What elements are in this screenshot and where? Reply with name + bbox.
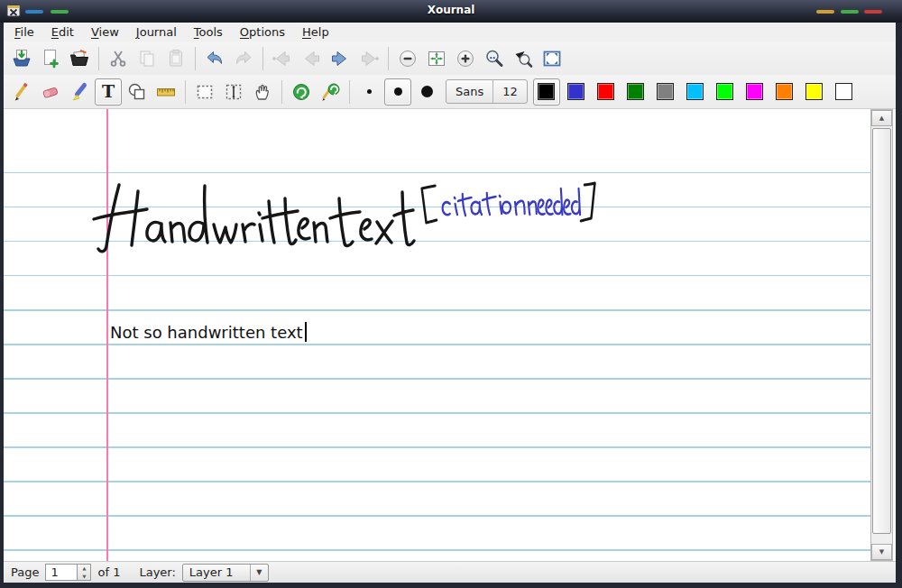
redo-button[interactable] xyxy=(230,45,257,72)
next-page-button[interactable] xyxy=(327,45,354,72)
set-zoom-icon xyxy=(512,48,534,69)
text-tool-button[interactable]: T xyxy=(95,78,122,106)
margin-line xyxy=(106,109,108,561)
color-swatch-light-green[interactable] xyxy=(716,83,733,100)
medium-dot-icon xyxy=(394,87,402,96)
zoom-out-button[interactable] xyxy=(394,45,421,72)
ruler-tool-button[interactable] xyxy=(152,78,179,106)
color-swatch-white[interactable] xyxy=(835,83,852,100)
eraser-tool-button[interactable] xyxy=(37,78,64,106)
spin-down-icon[interactable]: ▼ xyxy=(78,573,90,581)
close-button[interactable] xyxy=(864,10,882,14)
spinner-buttons[interactable]: ▲ ▼ xyxy=(77,565,90,580)
page-spinner[interactable]: 1 ▲ ▼ xyxy=(45,564,91,581)
default-tool-button[interactable] xyxy=(288,78,315,106)
undo-button[interactable] xyxy=(201,45,228,72)
menu-journal[interactable]: Journal xyxy=(129,23,184,41)
normal-size-icon xyxy=(483,48,505,69)
shape-recognizer-button[interactable] xyxy=(124,78,151,106)
text-tool-icon: T xyxy=(102,83,115,100)
color-swatch-magenta[interactable] xyxy=(746,83,763,100)
select-rectangle-icon xyxy=(194,81,216,103)
scroll-up-button[interactable]: ▲ xyxy=(871,110,892,126)
text-caret xyxy=(305,322,307,342)
thick-dot-icon xyxy=(421,86,433,97)
highlighter-tool-button[interactable] xyxy=(66,78,93,106)
menubar: File Edit View Journal Tools Options Hel… xyxy=(4,23,896,41)
last-page-icon xyxy=(358,48,380,69)
page-total-label: of 1 xyxy=(97,565,120,579)
clipboard-icon xyxy=(165,48,187,69)
xournal-window: Xournal File Edit View Journal Tools Opt… xyxy=(0,0,902,588)
fullscreen-button[interactable] xyxy=(538,45,566,72)
shape-recognizer-icon xyxy=(126,81,148,103)
dropdown-arrow-icon: ▼ xyxy=(250,565,268,581)
menu-edit[interactable]: Edit xyxy=(44,23,81,41)
color-swatch-gray[interactable] xyxy=(657,83,674,100)
color-black-button[interactable] xyxy=(533,78,560,106)
typed-text-object[interactable]: Not so handwritten text xyxy=(110,322,307,342)
new-button[interactable] xyxy=(37,45,64,72)
toolbar-main xyxy=(4,41,896,75)
first-page-button[interactable] xyxy=(269,45,296,72)
zoom-in-icon xyxy=(455,48,476,69)
statusbar: Page 1 ▲ ▼ of 1 Layer: Layer 1 ▼ xyxy=(4,561,896,583)
titlebar[interactable]: Xournal xyxy=(0,0,902,23)
window-content: File Edit View Journal Tools Options Hel… xyxy=(4,23,896,583)
spin-up-icon[interactable]: ▲ xyxy=(78,565,90,573)
toolbar-separator xyxy=(281,80,282,104)
menu-help[interactable]: Help xyxy=(295,23,336,41)
scroll-down-button[interactable]: ▼ xyxy=(871,544,892,560)
font-button[interactable]: Sans 12 xyxy=(446,79,528,104)
window-title: Xournal xyxy=(0,4,902,16)
thickness-fine-button[interactable] xyxy=(355,78,382,106)
first-page-icon xyxy=(272,48,293,69)
previous-page-button[interactable] xyxy=(298,45,325,72)
select-rectangle-button[interactable] xyxy=(191,78,218,106)
copy-button[interactable] xyxy=(133,45,161,72)
color-swatch-orange[interactable] xyxy=(776,83,793,100)
layer-dropdown[interactable]: Layer 1 ▼ xyxy=(182,564,269,582)
thickness-thick-button[interactable] xyxy=(413,78,440,106)
vertical-scrollbar[interactable]: ▲ ▼ xyxy=(870,109,893,561)
zoom-in-button[interactable] xyxy=(452,45,479,72)
page-number-input[interactable]: 1 xyxy=(46,565,77,580)
minimize-button[interactable] xyxy=(816,10,834,14)
fit-page-width-icon xyxy=(426,48,447,69)
color-swatch-red[interactable] xyxy=(597,83,614,100)
hand-tool-button[interactable] xyxy=(249,78,276,106)
menu-options[interactable]: Options xyxy=(233,23,292,41)
pen-tool-button[interactable] xyxy=(8,78,35,106)
vertical-space-button[interactable] xyxy=(220,78,247,106)
open-button[interactable] xyxy=(66,45,93,72)
last-page-button[interactable] xyxy=(355,45,382,72)
save-icon xyxy=(11,48,32,69)
menu-tools[interactable]: Tools xyxy=(187,23,230,41)
font-size-value: 12 xyxy=(492,80,527,103)
open-folder-icon xyxy=(69,48,90,69)
typed-text: Not so handwritten text xyxy=(110,323,303,342)
color-swatch-blue[interactable] xyxy=(567,83,584,100)
maximize-button[interactable] xyxy=(841,10,859,14)
fit-page-width-button[interactable] xyxy=(423,45,450,72)
hand-icon xyxy=(252,81,273,103)
menu-file[interactable]: File xyxy=(7,23,41,41)
toolbar-separator xyxy=(388,47,389,70)
thickness-medium-button[interactable] xyxy=(384,78,411,106)
save-button[interactable] xyxy=(8,45,35,72)
menu-view[interactable]: View xyxy=(84,23,126,41)
page-canvas[interactable]: Not so handwritten text ▲ ▼ xyxy=(4,109,896,561)
normal-size-button[interactable] xyxy=(481,45,508,72)
set-zoom-button[interactable] xyxy=(510,45,537,72)
cut-button[interactable] xyxy=(105,45,132,72)
default-pen-button[interactable] xyxy=(317,78,344,106)
arrow-down-icon: ▼ xyxy=(879,548,884,556)
scrollbar-thumb[interactable] xyxy=(872,128,891,534)
vertical-space-icon xyxy=(223,81,244,103)
paste-button[interactable] xyxy=(162,45,189,72)
color-swatch-light-blue[interactable] xyxy=(686,83,704,100)
color-swatch-yellow[interactable] xyxy=(805,83,823,100)
color-swatch-green[interactable] xyxy=(627,83,644,100)
fine-dot-icon xyxy=(367,89,372,94)
redo-icon xyxy=(233,48,254,69)
